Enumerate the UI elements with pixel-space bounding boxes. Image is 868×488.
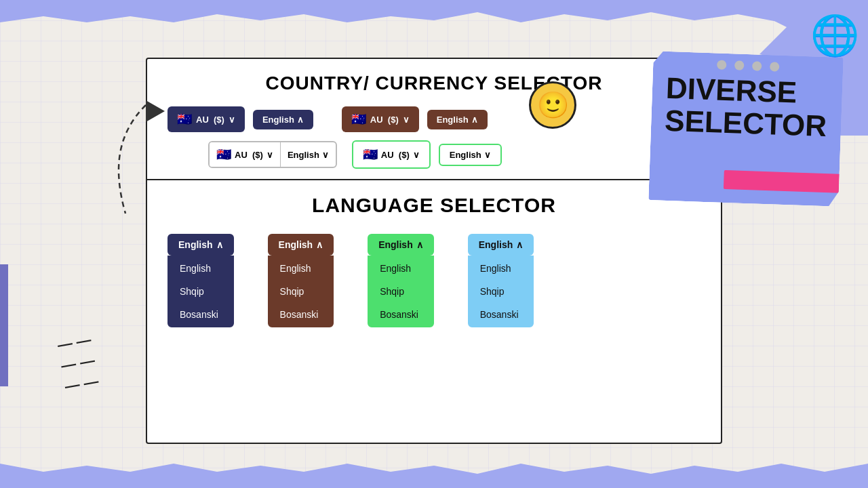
lang-item-shqip-1[interactable]: Shqip — [169, 280, 233, 303]
lang-trigger-dark-blue[interactable]: English ∧ — [167, 234, 234, 256]
lang-trigger-green[interactable]: English ∧ — [368, 234, 434, 256]
chevron-up-icon-2: ∧ — [471, 115, 478, 125]
lang-list-light-blue: English Shqip Bosanski — [468, 256, 534, 327]
country-code-4: AU ($) — [381, 150, 410, 160]
lang-selector-dark-blue[interactable]: English ∧ — [253, 110, 313, 129]
main-card: COUNTRY/ CURRENCY SELECTOR 🇦🇺 AU ($) ∨ E… — [146, 58, 722, 444]
lang-list-dark-blue: English Shqip Bosanski — [167, 256, 234, 327]
language-selector-title: LANGUAGE SELECTOR — [167, 194, 701, 217]
language-dropdowns-row: English ∧ English Shqip Bosanski English… — [167, 234, 701, 327]
lang-trigger-label-2: English — [279, 239, 313, 250]
lang-trigger-light-blue[interactable]: English ∧ — [468, 234, 534, 256]
lang-selector-brown[interactable]: English ∧ — [427, 110, 488, 129]
country-selector-dark-blue[interactable]: 🇦🇺 AU ($) ∨ — [167, 106, 245, 132]
country-currency-title: COUNTRY/ CURRENCY SELECTOR — [167, 73, 701, 94]
diverse-note-text: DIVERSE SELECTOR — [664, 72, 829, 143]
lang-trigger-brown[interactable]: English ∧ — [268, 234, 334, 256]
lang-label-3: English — [288, 150, 319, 160]
lang-item-english-2[interactable]: English — [269, 257, 333, 280]
lang-item-bosanski-3[interactable]: Bosanski — [369, 303, 433, 326]
lang-dropdown-group-3: English ∧ English Shqip Bosanski — [368, 234, 434, 327]
chevron-down-icon-1: ∨ — [229, 115, 235, 125]
chevron-up-icon-d1: ∧ — [216, 239, 223, 250]
chevron-up-icon-d3: ∧ — [416, 239, 423, 250]
lang-item-shqip-4[interactable]: Shqip — [469, 280, 533, 303]
pink-bar-decoration — [724, 170, 846, 193]
country-selector-brown[interactable]: 🇦🇺 AU ($) ∨ — [342, 106, 419, 132]
country-code-2: AU ($) — [370, 115, 399, 125]
chevron-up-icon-d4: ∧ — [516, 239, 523, 250]
selectors-row-2: 🇦🇺 AU ($) ∨ English ∨ 🇦🇺 AU ($) ∨ Englis… — [167, 140, 701, 169]
lang-trigger-label-1: English — [178, 239, 213, 250]
country-selector-outline[interactable]: 🇦🇺 AU ($) ∨ English ∨ — [208, 141, 337, 168]
country-code-1: AU ($) — [196, 115, 224, 125]
lang-item-english-4[interactable]: English — [469, 257, 533, 280]
flag-au-3: 🇦🇺 — [216, 147, 231, 162]
lang-trigger-label-4: English — [479, 239, 513, 250]
lang-item-bosanski-2[interactable]: Bosanski — [269, 303, 333, 326]
lang-item-shqip-3[interactable]: Shqip — [369, 280, 433, 303]
flag-au-4: 🇦🇺 — [363, 147, 378, 162]
lang-label-2: English — [437, 115, 469, 125]
note-dot-3 — [752, 61, 762, 70]
chevron-up-icon-d2: ∧ — [316, 239, 323, 250]
lang-item-english-1[interactable]: English — [169, 257, 233, 280]
chevron-down-icon-2: ∨ — [403, 115, 410, 125]
lang-list-green: English Shqip Bosanski — [368, 256, 434, 327]
note-dot-1 — [717, 60, 726, 69]
lang-dropdown-group-1: English ∧ English Shqip Bosanski — [167, 234, 234, 327]
country-currency-section: COUNTRY/ CURRENCY SELECTOR 🇦🇺 AU ($) ∨ E… — [147, 59, 721, 180]
lang-trigger-label-3: English — [378, 239, 413, 250]
lang-label-4: English — [450, 150, 481, 160]
lang-selector-green-outline[interactable]: English ∨ — [439, 144, 502, 166]
lang-item-bosanski-4[interactable]: Bosanski — [469, 303, 533, 326]
country-code-3: AU ($) — [235, 150, 263, 160]
play-arrow-decoration — [146, 100, 165, 122]
lang-item-english-3[interactable]: English — [369, 257, 433, 280]
lang-item-bosanski-1[interactable]: Bosanski — [169, 303, 233, 326]
smiley-decoration: 🙂 — [529, 81, 576, 129]
combo-lang-part-outline: English ∨ — [281, 145, 336, 165]
chevron-down-icon-5: ∨ — [413, 150, 420, 160]
note-dot-2 — [734, 60, 744, 70]
flag-au-1: 🇦🇺 — [177, 112, 192, 127]
selectors-row-1: 🇦🇺 AU ($) ∨ English ∧ 🇦🇺 AU ($) ∨ Englis… — [167, 106, 701, 132]
chevron-up-icon-1: ∧ — [297, 115, 304, 125]
diverse-selector-note: DIVERSE SELECTOR — [648, 51, 844, 207]
chevron-down-icon-6: ∨ — [484, 150, 491, 160]
lang-item-shqip-2[interactable]: Shqip — [269, 280, 333, 303]
country-selector-green[interactable]: 🇦🇺 AU ($) ∨ — [352, 140, 431, 169]
lang-list-brown: English Shqip Bosanski — [268, 256, 334, 327]
chevron-down-icon-4: ∨ — [322, 150, 329, 160]
left-strip-decoration — [0, 264, 8, 386]
note-dot-4 — [770, 62, 779, 71]
lang-dropdown-group-2: English ∧ English Shqip Bosanski — [268, 234, 334, 327]
combo-flag-part-outline: 🇦🇺 AU ($) ∨ — [210, 142, 281, 167]
language-selector-section: LANGUAGE SELECTOR English ∧ English Shqi… — [147, 180, 721, 341]
chevron-down-icon-3: ∨ — [267, 150, 273, 160]
globe-icon: 🌐 — [810, 12, 854, 56]
lang-label-1: English — [262, 115, 294, 125]
note-dots — [717, 60, 779, 71]
lang-dropdown-group-4: English ∧ English Shqip Bosanski — [468, 234, 534, 327]
flag-au-2: 🇦🇺 — [351, 112, 366, 127]
